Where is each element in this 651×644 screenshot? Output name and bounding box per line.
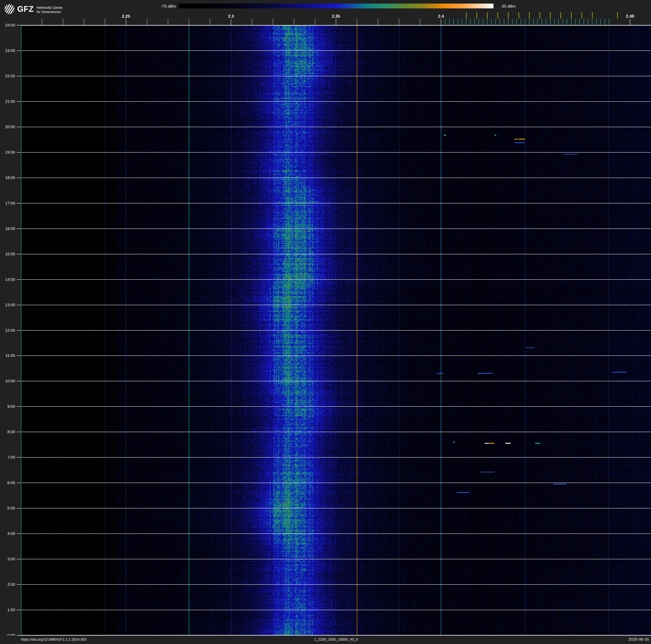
ble-channel-tick xyxy=(563,19,563,25)
footer: https://doi.org/10.5880/GFZ.1.2.2024.003… xyxy=(0,636,651,644)
time-tick-label: 4:00 xyxy=(0,531,15,536)
ble-channel-tick xyxy=(491,19,492,25)
ble-channel-tick xyxy=(458,19,458,25)
time-tick-label: 14:00 xyxy=(0,277,15,282)
time-tick-label: 19:00 xyxy=(0,150,15,155)
colorbar-min-label: -75 dBm xyxy=(147,4,176,9)
ble-channel-tick xyxy=(567,19,567,25)
time-tick xyxy=(17,305,21,305)
time-tick xyxy=(17,330,21,331)
minor-tick xyxy=(63,19,63,25)
minor-tick xyxy=(399,19,399,25)
minor-tick xyxy=(84,19,84,25)
ble-channel-tick xyxy=(533,19,534,25)
wifi-channel-tick xyxy=(550,12,551,19)
gfz-logo-subtitle: Helmholtz Centre for Geosciences xyxy=(36,6,63,14)
ble-channel-tick xyxy=(596,19,597,25)
time-tick xyxy=(17,508,21,508)
minor-tick xyxy=(420,19,420,25)
minor-tick xyxy=(357,19,357,25)
time-tick-label: 8:00 xyxy=(0,430,15,434)
minor-tick xyxy=(189,19,189,25)
ble-channel-tick xyxy=(454,19,454,25)
freq-tick-label: 2.35 xyxy=(332,14,340,19)
minor-tick xyxy=(441,19,441,25)
ble-channel-tick xyxy=(575,19,576,25)
time-tick-label: 11:00 xyxy=(0,353,15,358)
time-tick xyxy=(17,406,21,407)
minor-tick xyxy=(42,19,42,25)
wifi-channel-tick xyxy=(592,12,593,19)
time-tick xyxy=(17,101,21,102)
ble-channel-tick xyxy=(478,19,479,25)
time-tick xyxy=(17,432,21,432)
wifi-channel-tick xyxy=(582,12,582,19)
time-tick xyxy=(17,559,21,559)
wifi-channel-tick xyxy=(539,12,540,19)
ble-channel-tick xyxy=(579,19,580,25)
freq-tick-label: 2.3 xyxy=(228,14,234,19)
ble-channel-tick xyxy=(474,19,475,25)
ble-channel-tick xyxy=(592,19,592,25)
ble-channel-tick xyxy=(445,19,445,25)
minor-tick xyxy=(168,19,168,25)
time-tick xyxy=(17,229,21,229)
time-tick xyxy=(17,482,21,483)
wifi-channel-tick xyxy=(508,12,508,19)
time-tick xyxy=(17,51,21,51)
time-tick xyxy=(17,381,21,381)
spectrogram-page: GFZ Helmholtz Centre for Geosciences -75… xyxy=(0,0,651,644)
ble-channel-tick xyxy=(483,19,483,25)
ble-channel-tick xyxy=(504,19,504,25)
time-tick-label: 15:00 xyxy=(0,252,15,257)
time-tick-label: 16:00 xyxy=(0,226,15,231)
time-tick xyxy=(17,457,21,458)
time-tick-label: 1:00 xyxy=(0,608,15,612)
ble-channel-tick xyxy=(584,19,584,25)
time-tick-label: 23:00 xyxy=(0,48,15,53)
wifi-channel-tick xyxy=(617,12,618,19)
ble-channel-tick xyxy=(449,19,450,25)
date-label: 2025-06-16 xyxy=(628,637,649,642)
wifi-channel-tick xyxy=(560,12,561,19)
ble-channel-tick xyxy=(604,19,605,25)
freq-tick-label: 2.49 xyxy=(626,14,634,19)
time-tick-label: 2:00 xyxy=(0,582,15,587)
ble-channel-tick xyxy=(525,19,525,25)
time-tick-label: 7:00 xyxy=(0,455,15,460)
time-tick xyxy=(17,152,21,153)
ble-channel-tick xyxy=(550,19,550,25)
time-tick-label: 5:00 xyxy=(0,506,15,510)
freq-tick-label: 2.4 xyxy=(438,14,444,19)
minor-tick xyxy=(630,19,630,25)
colorbar-gradient xyxy=(179,4,494,8)
time-tick xyxy=(17,355,21,356)
ble-channel-tick xyxy=(466,19,466,25)
minor-tick xyxy=(147,19,147,25)
time-tick xyxy=(17,610,21,610)
ble-channel-tick xyxy=(508,19,508,25)
freq-tick-label: 2.25 xyxy=(122,14,130,19)
time-tick-label: 12:00 xyxy=(0,328,15,333)
time-tick-label: 13:00 xyxy=(0,303,15,307)
ble-channel-tick xyxy=(588,19,588,25)
time-tick-label: 20:00 xyxy=(0,125,15,129)
wifi-channel-tick xyxy=(529,12,530,19)
time-tick-label: 3:00 xyxy=(0,557,15,561)
wifi-channel-tick xyxy=(497,12,498,19)
minor-tick xyxy=(210,19,210,25)
ble-channel-tick xyxy=(470,19,471,25)
minor-tick xyxy=(315,19,315,25)
spectrogram-canvas xyxy=(21,25,651,635)
time-tick-label: 22:00 xyxy=(0,74,15,79)
ble-channel-tick xyxy=(521,19,521,25)
ble-channel-tick xyxy=(600,19,601,25)
ble-channel-tick xyxy=(609,19,609,25)
ble-channel-tick xyxy=(541,19,542,25)
ble-channel-tick xyxy=(558,19,559,25)
minor-tick xyxy=(105,19,105,25)
logo-subtitle-line2: for Geosciences xyxy=(36,10,63,14)
ble-channel-tick xyxy=(529,19,529,25)
minor-tick xyxy=(378,19,378,25)
minor-tick xyxy=(336,19,336,25)
